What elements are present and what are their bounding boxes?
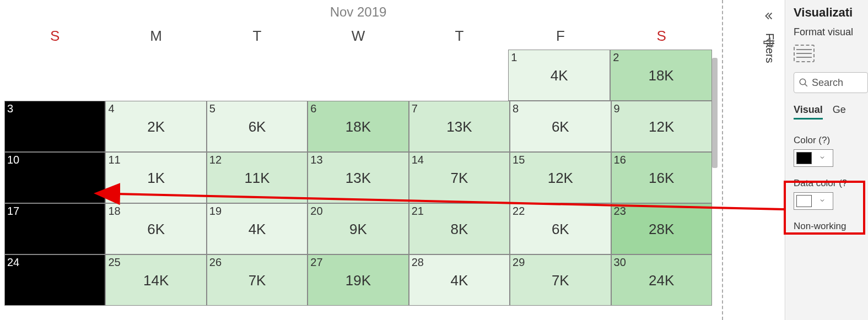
- calendar-week-row: 17186K194K209K218K226K2328K: [4, 203, 712, 254]
- day-number: 7: [412, 102, 418, 115]
- search-icon: [799, 78, 808, 88]
- calendar-day-cell[interactable]: 1313K: [308, 152, 408, 203]
- tab-general[interactable]: Ge: [833, 104, 846, 120]
- day-number: 13: [310, 154, 322, 166]
- data-color-picker[interactable]: [794, 192, 833, 210]
- day-number: 21: [412, 205, 424, 218]
- chevron-down-icon: [812, 154, 833, 162]
- day-value: 18K: [346, 118, 371, 135]
- color-property-group: Color (?): [794, 135, 868, 167]
- day-value: 7K: [450, 169, 468, 186]
- calendar-blank-cell: [407, 50, 508, 101]
- calendar-day-cell[interactable]: 226K: [510, 203, 611, 254]
- calendar-day-cell[interactable]: 284K: [409, 254, 510, 306]
- day-number: 20: [310, 205, 322, 218]
- day-number: 25: [108, 256, 120, 269]
- day-value: 7K: [249, 272, 266, 289]
- calendar-day-cell[interactable]: 24: [4, 254, 105, 306]
- calendar-day-cell[interactable]: 186K: [105, 203, 206, 254]
- day-value: 6K: [147, 220, 165, 237]
- calendar-day-cell[interactable]: 297K: [510, 254, 611, 306]
- day-value: 24K: [649, 272, 674, 289]
- calendar-visual[interactable]: Nov 2019 SMTWTFS 14K218K342K56K618K713K8…: [0, 0, 716, 320]
- visual-type-icon[interactable]: [794, 45, 815, 62]
- day-value: 2K: [147, 118, 165, 135]
- day-number: 30: [614, 256, 626, 269]
- day-value: 18K: [648, 67, 673, 84]
- calendar-day-cell[interactable]: 1616K: [611, 152, 712, 203]
- tab-visual[interactable]: Visual: [794, 104, 823, 120]
- calendar-day-cell[interactable]: 1211K: [207, 152, 308, 203]
- calendar-day-cell[interactable]: 2514K: [105, 254, 206, 306]
- calendar-day-cell[interactable]: 42K: [105, 101, 206, 152]
- day-value: 8K: [450, 220, 468, 237]
- calendar-day-cell[interactable]: 3: [4, 101, 105, 152]
- calendar-day-cell[interactable]: 209K: [308, 203, 408, 254]
- announce-icon: [762, 35, 777, 50]
- day-number: 3: [7, 102, 13, 115]
- format-tabs: Visual Ge: [794, 104, 868, 120]
- day-header: T: [409, 22, 510, 50]
- calendar-blank-cell: [307, 50, 408, 101]
- day-value: 14K: [143, 272, 169, 289]
- data-color-property-group: Data color (?: [794, 178, 868, 210]
- day-value: 12K: [649, 118, 674, 135]
- day-number: 2: [613, 51, 619, 64]
- calendar-day-cell[interactable]: 218K: [409, 203, 510, 254]
- calendar-blank-cell: [105, 50, 206, 101]
- calendar-day-cell[interactable]: 111K: [105, 152, 206, 203]
- svg-point-0: [800, 79, 806, 85]
- day-number: 14: [412, 154, 424, 166]
- day-number: 8: [513, 102, 519, 115]
- day-value: 13K: [346, 169, 371, 186]
- calendar-grid: SMTWTFS 14K218K342K56K618K713K86K912K101…: [4, 22, 712, 306]
- day-number: 18: [108, 205, 120, 218]
- calendar-week-row: 14K218K: [4, 50, 712, 101]
- color-swatch: [796, 152, 812, 164]
- day-number: 24: [7, 256, 19, 269]
- collapse-filters-button[interactable]: [762, 10, 785, 25]
- day-number: 6: [310, 102, 316, 115]
- month-title: Nov 2019: [0, 0, 716, 22]
- calendar-day-cell[interactable]: 267K: [207, 254, 308, 306]
- pane-divider: [722, 0, 723, 320]
- day-value: 13K: [446, 118, 472, 135]
- calendar-day-cell[interactable]: 56K: [207, 101, 308, 152]
- calendar-day-cell[interactable]: 10: [4, 152, 105, 203]
- calendar-day-cell[interactable]: 912K: [611, 101, 712, 152]
- color-picker[interactable]: [794, 149, 833, 167]
- calendar-week-row: 342K56K618K713K86K912K: [4, 101, 712, 152]
- calendar-day-cell[interactable]: 14K: [508, 50, 610, 101]
- calendar-day-cell[interactable]: 218K: [610, 50, 712, 101]
- calendar-day-cell[interactable]: 147K: [409, 152, 510, 203]
- day-value: 4K: [249, 220, 266, 237]
- scrollbar-thumb[interactable]: [712, 58, 718, 168]
- day-value: 1K: [147, 169, 165, 186]
- calendar-day-cell[interactable]: 86K: [510, 101, 611, 152]
- day-number: 26: [209, 256, 222, 269]
- day-value: 7K: [552, 272, 569, 289]
- calendar-day-cell[interactable]: 1512K: [510, 152, 611, 203]
- day-header: T: [207, 22, 308, 50]
- calendar-day-cell[interactable]: 194K: [207, 203, 308, 254]
- day-number: 5: [209, 102, 215, 115]
- color-label: Color (?): [794, 135, 868, 146]
- calendar-week-row: 10111K1211K1313K147K1512K1616K: [4, 152, 712, 203]
- calendar-day-cell[interactable]: 17: [4, 203, 105, 254]
- calendar-blank-cell: [206, 50, 307, 101]
- day-header-row: SMTWTFS: [4, 22, 712, 50]
- visualizations-title: Visualizati: [794, 6, 868, 20]
- calendar-day-cell[interactable]: 2328K: [611, 203, 712, 254]
- calendar-day-cell[interactable]: 2719K: [308, 254, 408, 306]
- calendar-day-cell[interactable]: 618K: [308, 101, 408, 152]
- chevron-down-icon: [812, 197, 833, 205]
- search-input[interactable]: Search: [794, 72, 868, 93]
- day-value: 16K: [649, 169, 674, 186]
- day-value: 11K: [244, 169, 269, 186]
- search-placeholder: Search: [812, 77, 843, 89]
- calendar-day-cell[interactable]: 3024K: [611, 254, 712, 306]
- visual-scrollbar[interactable]: [712, 0, 718, 320]
- day-value: 4K: [551, 67, 568, 84]
- calendar-day-cell[interactable]: 713K: [409, 101, 510, 152]
- svg-line-1: [805, 84, 807, 86]
